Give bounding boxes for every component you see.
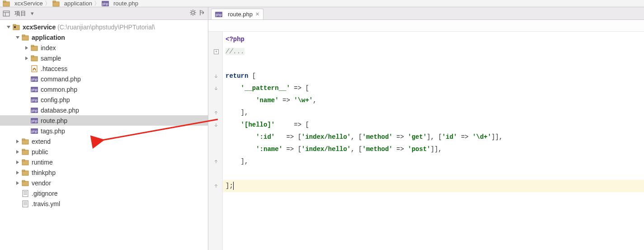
folder-icon [13,24,20,31]
fold-collapse-icon[interactable] [214,86,219,91]
gear-icon[interactable] [190,9,196,17]
twisty-empty [14,190,21,197]
project-tree[interactable]: xcxService(C:\ruanjian\phpstudy\PHPTutor… [0,20,208,250]
php-icon [102,0,109,7]
chevron-right-icon[interactable] [14,149,21,155]
tree-label: xcxService [23,24,56,31]
tree-item[interactable]: sample [0,53,208,63]
breadcrumb-item[interactable]: application [52,0,92,7]
chevron-right-icon[interactable] [24,55,30,61]
folder-icon [31,55,38,62]
tree-label: runtime [32,159,53,166]
code-editor[interactable]: + <?php//...return [ '__pattern__' => [ … [208,32,644,250]
chevron-right-icon: 〉 [94,0,100,7]
tree-item[interactable]: extend [0,136,208,146]
chevron-right-icon[interactable] [14,159,21,165]
tree-item[interactable]: command.php [0,74,208,84]
twisty-empty [24,97,30,103]
close-icon[interactable]: ✕ [255,11,259,17]
tree-label: command.php [41,75,81,83]
fold-collapse-icon[interactable] [214,110,219,115]
collapse-icon[interactable] [199,9,205,17]
chevron-right-icon: 〉 [45,0,51,7]
caret [233,182,234,190]
tree-item[interactable]: route.php [0,115,208,126]
php-icon [31,96,38,104]
code-line[interactable]: return [ [223,70,644,82]
tree-item[interactable]: database.php [0,105,208,115]
code-line[interactable]: ':id' => ['index/hello', ['method' => 'g… [223,131,644,143]
tree-label: .travis.yml [32,200,60,208]
code-line[interactable] [223,58,644,70]
tree-item[interactable]: .gitignore [0,188,208,198]
php-icon [31,75,38,83]
fold-collapse-icon[interactable] [214,74,219,79]
tree-item[interactable]: public [0,146,208,157]
editor-gutter[interactable]: + [208,32,223,250]
breadcrumb: xcxService〉application〉route.php [0,0,644,7]
tree-item[interactable]: runtime [0,157,208,167]
project-title: 项目 [14,9,26,18]
code-line[interactable]: 'name' => '\w+', [223,94,644,107]
tree-item[interactable]: common.php [0,84,208,94]
code-line[interactable]: '__pattern__' => [ [223,82,644,94]
tree-label: sample [41,55,61,62]
chevron-down-icon[interactable] [14,34,21,41]
fold-collapse-icon[interactable] [214,123,219,127]
breadcrumb-item[interactable]: route.php [102,0,138,7]
text-icon [22,200,29,208]
tree-label: thinkphp [32,169,56,176]
code-line[interactable]: ], [223,107,644,119]
tree-item[interactable]: application [0,32,208,42]
chevron-right-icon[interactable] [14,138,21,145]
chevron-down-icon[interactable] [5,24,12,30]
editor-strip [208,20,644,32]
code-line[interactable] [223,168,644,180]
folder-icon [22,179,29,187]
project-header: 项目 ▾ [0,7,208,20]
php-icon [31,117,38,124]
php-icon [31,127,38,135]
tree-item[interactable]: xcxService(C:\ruanjian\phpstudy\PHPTutor… [0,22,208,32]
tree-label: public [32,148,48,156]
dropdown-icon[interactable]: ▾ [31,10,34,17]
tree-item[interactable]: tags.php [0,126,208,136]
tab-route-php[interactable]: route.php ✕ [211,9,263,19]
php-icon [215,11,222,18]
breadcrumb-label: application [64,0,92,7]
twisty-empty [14,201,21,207]
fold-collapse-icon[interactable] [214,184,219,189]
code-line[interactable]: ]; [223,180,644,192]
code-line[interactable]: '[hello]' => [ [223,119,644,131]
tree-item[interactable]: .travis.yml [0,198,208,209]
htaccess-icon [31,65,38,72]
tree-label: .gitignore [32,190,58,197]
tree-label: route.php [41,117,67,124]
code-line[interactable]: <?php [223,33,644,46]
code-line[interactable]: ], [223,156,644,168]
code-line[interactable]: ':name' => ['index/hello', ['method' => … [223,143,644,156]
chevron-right-icon[interactable] [14,180,21,186]
folder-icon [31,44,38,52]
breadcrumb-item[interactable]: xcxService [3,0,43,7]
code-area[interactable]: <?php//...return [ '__pattern__' => [ 'n… [223,32,644,250]
tree-label: extend [32,138,51,145]
folder-icon [3,0,10,7]
tree-path: (C:\ruanjian\phpstudy\PHPTutorial\ [57,24,155,31]
folder-icon [22,159,29,166]
tree-item[interactable]: index [0,42,208,53]
view-icon [3,10,10,17]
tree-item[interactable]: .htaccess [0,63,208,74]
twisty-empty [24,118,30,124]
fold-collapse-icon[interactable] [214,159,219,164]
tree-item[interactable]: config.php [0,94,208,105]
breadcrumb-label: xcxService [14,0,43,7]
fold-expand-icon[interactable]: + [214,49,219,54]
chevron-right-icon[interactable] [14,170,21,176]
code-line[interactable]: //... [223,46,644,58]
breadcrumb-label: route.php [113,0,138,7]
tree-label: common.php [41,86,77,93]
chevron-right-icon[interactable] [24,45,30,51]
tree-item[interactable]: vendor [0,178,208,188]
tree-item[interactable]: thinkphp [0,167,208,178]
